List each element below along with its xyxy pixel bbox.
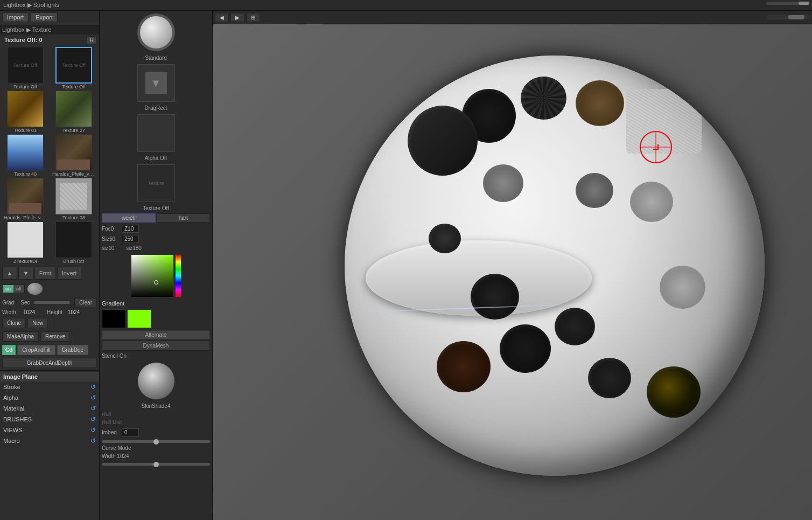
grad-slider[interactable] [34, 301, 70, 304]
menu-item-views[interactable]: VIEWS ↺ [0, 425, 99, 435]
import-button[interactable]: Import [2, 12, 29, 22]
drag-rect-label: DragRect [100, 104, 212, 112]
on-off-row: on off [0, 281, 99, 297]
down-btn[interactable]: ▼ [18, 267, 33, 280]
canvas-toolbar-btn-1[interactable]: ◀ [215, 13, 229, 22]
grab-doc-button[interactable]: GrabDoc [57, 345, 88, 355]
height-value: 1024 [68, 309, 89, 315]
up-btn[interactable]: ▲ [2, 267, 17, 280]
scrollbar-indicator[interactable] [766, 2, 809, 5]
siz180-label: siz180 [126, 245, 145, 251]
standard-sphere [140, 16, 172, 48]
weich-button[interactable]: weich [102, 213, 156, 223]
siz-row: Siz50 250 [100, 234, 212, 244]
spot-6 [576, 173, 613, 208]
menu-item-macro[interactable]: Macro ↺ [0, 435, 99, 446]
alpha-refresh-icon: ↺ [90, 394, 96, 401]
middle-panel: Standard ▼ DragRect Alpha Off Texture Te… [100, 11, 213, 520]
canvas-toolbar-btn-3[interactable]: ⊞ [246, 13, 260, 22]
on-off-toggle[interactable]: on off [2, 285, 25, 293]
roll-dist-row: Roll Dist [100, 418, 212, 426]
texture-thumb-3[interactable]: Texture 27 [50, 91, 97, 133]
spot-14 [588, 358, 631, 398]
menu-item-stroke[interactable]: Stroke ↺ [0, 382, 99, 392]
hart-button[interactable]: hart [157, 213, 211, 223]
gradient-label-row: Gradient [100, 300, 212, 307]
texture-name-6: Haralds_Pfeife_von_ [4, 215, 47, 220]
canvas-area: ◀ ▶ ⊞ [213, 11, 812, 520]
texture-thumb-8[interactable]: ZTextureDI [2, 221, 49, 264]
texture-name-8: ZTextureDI [13, 259, 37, 264]
cd-button[interactable]: Cd [2, 345, 16, 355]
texture-thumb-6[interactable]: Haralds_Pfeife_von_ [2, 178, 49, 220]
clone-button[interactable]: Clone [2, 318, 26, 328]
menu-item-material[interactable]: Material ↺ [0, 403, 99, 414]
roll-label: Roll [102, 411, 121, 417]
cd-row: Cd CropAndFill GrabDoc [0, 343, 99, 357]
texture-thumb-7[interactable]: Texture 03 [50, 178, 97, 220]
imbed-value: 0 [122, 428, 139, 436]
export-button[interactable]: Export [31, 12, 58, 22]
width-mid-label: Width 1024 [102, 453, 129, 459]
hue-bar[interactable] [175, 254, 181, 297]
siz10-siz180-row: siz10 siz180 [100, 244, 212, 252]
texture-off-mid-label-below: Texture Off [100, 204, 212, 212]
menu-item-alpha[interactable]: Alpha ↺ [0, 392, 99, 403]
width-slider-container [100, 460, 212, 467]
texture-off-mid[interactable]: Texture [137, 164, 175, 202]
hsv-picker[interactable] [131, 254, 174, 297]
texture-name-0: Texture Off [13, 84, 37, 89]
texture-off-label-0: Texture Off [13, 63, 37, 68]
roll-dist-label: Roll Dist [102, 419, 122, 425]
gradient-green-swatch[interactable] [127, 309, 151, 328]
grad-sec-row: Grad Sec Clear [0, 297, 99, 308]
imbed-slider-container [100, 438, 212, 444]
color-picker-cursor [154, 280, 158, 285]
texture-thumb-1[interactable]: Texture Off Texture Off [50, 47, 97, 89]
canvas-toolbar-btn-2[interactable]: ▶ [230, 13, 244, 22]
stencil-sphere [137, 362, 175, 400]
grab-doc-depth-button[interactable]: GrabDocAndDepth [2, 358, 97, 368]
foc-label: Foc0 [102, 226, 121, 232]
gradient-black-swatch[interactable] [102, 309, 126, 328]
siz50-value: 250 [122, 235, 139, 243]
curve-mode-row: Curve Mode [100, 444, 212, 452]
canvas-viewport[interactable] [213, 11, 812, 520]
new-button[interactable]: New [27, 318, 48, 328]
foc-value: Z10 [122, 225, 139, 233]
width-value: 1024 [23, 309, 45, 315]
canvas-top-scrollbar[interactable] [767, 15, 810, 19]
spot-10 [660, 266, 705, 309]
sphere-container [345, 56, 765, 476]
make-alpha-remove-row: MakeAlpha Remove [0, 330, 99, 343]
spot-8 [429, 224, 461, 253]
material-label: Material [3, 405, 24, 412]
drag-rect-thumb[interactable]: ▼ [137, 64, 175, 102]
texture-thumb-4[interactable]: Texture 40 [2, 134, 49, 177]
breadcrumb: Lightbox ▶ Texture [0, 25, 99, 34]
roll-row: Roll [100, 410, 212, 418]
menu-item-brushes[interactable]: BRUSHES ↺ [0, 414, 99, 425]
width-slider[interactable] [102, 463, 210, 466]
imbed-label-text: Imbed [102, 429, 121, 435]
invert-btn[interactable]: Invert [57, 267, 81, 280]
alpha-thumb[interactable] [137, 114, 175, 152]
imbed-slider[interactable] [102, 440, 210, 443]
make-alpha-button[interactable]: MakeAlpha [2, 331, 39, 342]
frmt-btn[interactable]: Frmt [34, 267, 56, 280]
alternate-button[interactable]: Alternate [102, 330, 210, 339]
texture-thumb-0[interactable]: Texture Off Texture Off [2, 47, 49, 89]
texture-thumb-2[interactable]: Texture 01 [2, 91, 49, 133]
clear-button[interactable]: Clear [74, 298, 97, 307]
texture-thumb-5[interactable]: Haralds_Pfeife_von_ [50, 134, 97, 177]
top-bar: Lightbox ▶ Spotlights [0, 0, 812, 11]
r-button[interactable]: R [87, 36, 97, 44]
spot-15 [647, 366, 701, 418]
remove-button[interactable]: Remove [40, 331, 70, 342]
texture-name-1: Texture Off [62, 84, 86, 89]
texture-thumb-9[interactable]: BrushTxtr [50, 221, 97, 264]
dyna-mesh-button[interactable]: DynaMesh [102, 341, 210, 351]
crop-fill-button[interactable]: CropAndFill [17, 345, 55, 355]
weich-hart-row: weich hart [100, 212, 212, 224]
texture-name-9: BrushTxtr [63, 259, 84, 264]
